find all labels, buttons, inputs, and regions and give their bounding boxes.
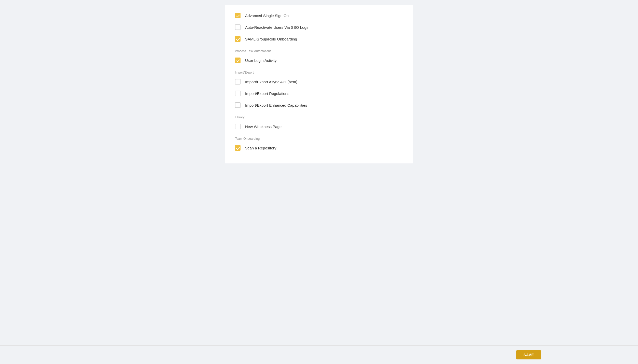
checkbox-import-export-regulations[interactable] — [235, 91, 241, 96]
section-header-import-export: Import/Export — [235, 71, 403, 74]
footer-bar: SAVE — [0, 345, 638, 364]
checkbox-auto-reactivate[interactable] — [235, 24, 241, 30]
checkbox-import-export-enhanced[interactable] — [235, 102, 241, 108]
section-process-task: Process Task AutomationsUser Login Activ… — [235, 49, 403, 63]
checkbox-row-user-login-activity: User Login Activity — [235, 58, 403, 63]
section-header-library: Library — [235, 116, 403, 119]
checkbox-row-import-export-enhanced: Import/Export Enhanced Capabilities — [235, 102, 403, 108]
section-header-process-task: Process Task Automations — [235, 49, 403, 53]
checkbox-scan-repository[interactable] — [235, 145, 241, 151]
save-button[interactable]: SAVE — [516, 350, 541, 359]
checkbox-row-advanced-sso: Advanced Single Sign On — [235, 13, 403, 18]
section-library: LibraryNew Weakness Page — [235, 116, 403, 129]
checkbox-row-new-weakness-page: New Weakness Page — [235, 124, 403, 129]
checkbox-row-import-export-async: Import/Export Async API (beta) — [235, 79, 403, 85]
checkbox-label-new-weakness-page: New Weakness Page — [245, 124, 282, 129]
checkbox-label-import-export-regulations: Import/Export Regulations — [245, 91, 289, 96]
checkbox-label-import-export-async: Import/Export Async API (beta) — [245, 80, 297, 84]
section-team-onboarding: Team OnboardingScan a Repository — [235, 137, 403, 151]
checkbox-row-saml-group: SAML Group/Role Onboarding — [235, 36, 403, 42]
section-import-export: Import/ExportImport/Export Async API (be… — [235, 71, 403, 108]
section-sso: Advanced Single Sign OnAuto-Reactivate U… — [235, 13, 403, 42]
checkbox-label-saml-group: SAML Group/Role Onboarding — [245, 37, 297, 41]
content-card: Advanced Single Sign OnAuto-Reactivate U… — [225, 5, 413, 163]
checkbox-row-auto-reactivate: Auto-Reactivate Users Via SSO Login — [235, 24, 403, 30]
checkbox-label-import-export-enhanced: Import/Export Enhanced Capabilities — [245, 103, 307, 107]
checkbox-row-scan-repository: Scan a Repository — [235, 145, 403, 151]
checkbox-label-user-login-activity: User Login Activity — [245, 58, 276, 63]
checkbox-saml-group[interactable] — [235, 36, 241, 42]
page-wrapper: Advanced Single Sign OnAuto-Reactivate U… — [0, 0, 638, 364]
checkbox-label-scan-repository: Scan a Repository — [245, 146, 276, 150]
checkbox-import-export-async[interactable] — [235, 79, 241, 85]
checkbox-new-weakness-page[interactable] — [235, 124, 241, 129]
checkbox-user-login-activity[interactable] — [235, 58, 241, 63]
checkbox-label-advanced-sso: Advanced Single Sign On — [245, 13, 289, 18]
checkbox-row-import-export-regulations: Import/Export Regulations — [235, 91, 403, 96]
section-header-team-onboarding: Team Onboarding — [235, 137, 403, 141]
checkbox-label-auto-reactivate: Auto-Reactivate Users Via SSO Login — [245, 25, 309, 30]
checkbox-advanced-sso[interactable] — [235, 13, 241, 18]
